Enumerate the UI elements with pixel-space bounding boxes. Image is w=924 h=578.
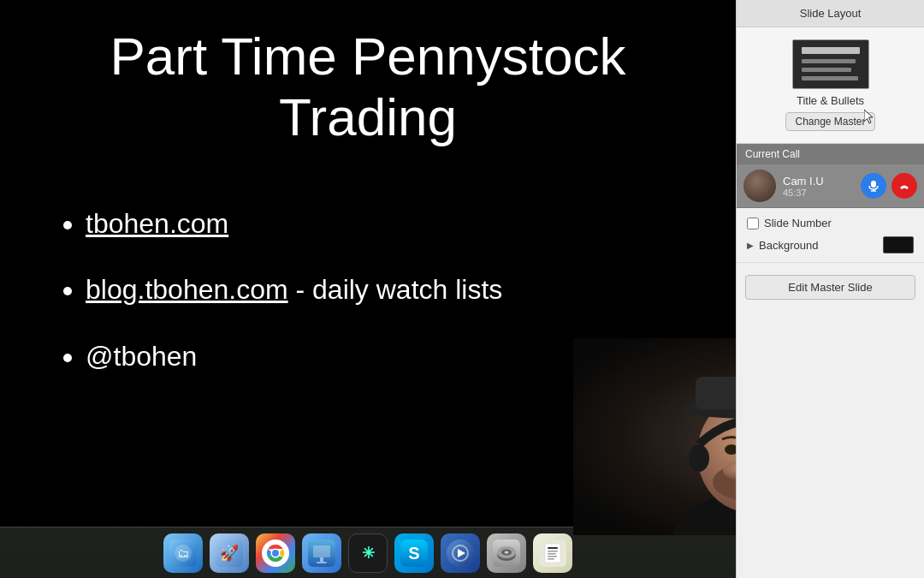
background-expand-icon[interactable]: ▶	[747, 241, 754, 250]
chrome-icon[interactable]	[256, 533, 295, 573]
svg-text:🚀: 🚀	[220, 544, 240, 563]
svg-rect-27	[548, 551, 558, 552]
current-call-section: Current Call Cam I.U 45:37	[737, 144, 924, 208]
bullet-suffix-2: - daily watch lists	[288, 274, 503, 305]
svg-rect-10	[320, 557, 323, 562]
svg-rect-44	[871, 181, 876, 188]
bullet-link-2[interactable]: blog.tbohen.com	[86, 274, 288, 305]
slide-options: Slide Number ▶ Background	[737, 208, 924, 263]
slide-number-label[interactable]: Slide Number	[764, 217, 832, 229]
call-avatar	[743, 170, 776, 202]
right-panel: Slide Layout Title & Bullets Change Mast…	[736, 0, 924, 578]
notational-icon[interactable]: ✳	[348, 533, 388, 573]
textedit-icon[interactable]	[533, 533, 572, 573]
thumb-body-1	[802, 59, 856, 63]
svg-rect-9	[313, 545, 330, 557]
call-controls	[861, 173, 917, 199]
edit-master-slide-button[interactable]: Edit Master Slide	[745, 275, 915, 300]
call-name: Cam I.U	[783, 175, 854, 188]
bullet-text-3: @tbohen	[86, 341, 197, 372]
layout-label: Title & Bullets	[797, 94, 864, 107]
svg-rect-30	[548, 558, 554, 560]
bullet-2: blog.tbohen.com - daily watch lists	[86, 265, 702, 315]
slide-title: Part Time Pennystock Trading	[34, 26, 702, 148]
skype-icon[interactable]: S	[394, 533, 434, 573]
launchpad-icon[interactable]: 🚀	[210, 533, 249, 573]
thumb-body-2	[802, 68, 851, 72]
change-master-button[interactable]: Change Master	[785, 112, 874, 131]
background-row: ▶ Background	[747, 236, 914, 253]
svg-rect-11	[317, 562, 327, 563]
finder-icon[interactable]: 🗂	[163, 533, 203, 573]
slide-layout-preview: Title & Bullets Change Master	[737, 27, 924, 144]
svg-point-7	[272, 550, 279, 557]
quicktime-icon[interactable]	[441, 533, 480, 573]
background-color-swatch[interactable]	[883, 236, 914, 253]
svg-text:S: S	[408, 544, 419, 563]
slide-number-row: Slide Number	[747, 217, 914, 229]
current-call-header: Current Call	[737, 144, 924, 164]
bullet-link-1[interactable]: tbohen.com	[86, 208, 228, 239]
thumb-body-3	[802, 76, 858, 80]
thumb-title	[802, 47, 860, 54]
disk-utility-icon[interactable]	[487, 533, 526, 573]
call-row: Cam I.U 45:37	[737, 164, 924, 207]
avatar-image	[743, 170, 776, 202]
svg-rect-28	[548, 553, 556, 555]
panel-header: Slide Layout	[737, 0, 924, 27]
end-call-button[interactable]	[891, 173, 917, 199]
call-info: Cam I.U 45:37	[783, 175, 854, 198]
svg-text:🗂: 🗂	[177, 546, 189, 560]
slide-number-checkbox[interactable]	[747, 217, 759, 229]
svg-point-38	[689, 444, 709, 472]
svg-text:✳: ✳	[362, 545, 375, 562]
call-timer: 45:37	[783, 188, 854, 198]
mute-button[interactable]	[861, 173, 886, 199]
layout-thumbnail	[792, 39, 869, 89]
keynote-icon[interactable]	[302, 533, 341, 573]
svg-rect-29	[548, 556, 557, 557]
svg-point-23	[505, 551, 509, 553]
svg-rect-26	[548, 547, 558, 549]
bullet-1: tbohen.com	[86, 200, 702, 249]
background-label: Background	[759, 239, 878, 252]
